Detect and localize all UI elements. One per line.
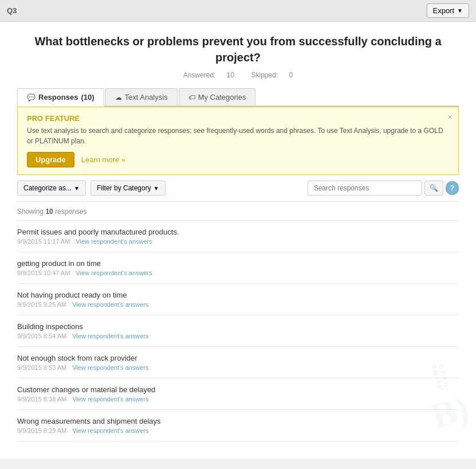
answered-label: Answered: <box>183 71 216 79</box>
view-answers-link[interactable]: View respondent's answers <box>72 333 148 339</box>
response-text: Wrong measurements and shipment delays <box>17 417 459 425</box>
tab-my-categories-label: My Categories <box>198 93 246 101</box>
tabs-container: 💬 Responses (10) ☁ Text Analysis 🏷 My Ca… <box>17 88 459 107</box>
filter-row: Categorize as... ▼ Filter by Category ▼ … <box>17 175 459 202</box>
response-count: 10 <box>45 208 53 216</box>
tab-responses-label: Responses <box>38 93 78 101</box>
view-answers-link[interactable]: View respondent's answers <box>72 396 148 402</box>
response-meta: 9/9/2015 8:29 AM View respondent's answe… <box>17 427 459 434</box>
filter-by-category-dropdown[interactable]: Filter by Category ▼ <box>91 181 166 196</box>
response-item: Not having product ready on time 9/9/201… <box>17 284 459 315</box>
response-date: 9/9/2015 11:17 AM <box>17 238 70 245</box>
responses-tab-icon: 💬 <box>27 93 36 101</box>
tab-text-analysis-label: Text Analysis <box>125 93 168 101</box>
response-date: 9/9/2015 8:29 AM <box>17 427 66 434</box>
skipped-value: 0 <box>289 71 293 79</box>
learn-more-link[interactable]: Learn more » <box>81 155 125 164</box>
response-item: Customer changes or material be delayed … <box>17 378 459 410</box>
main-content: What bottlenecks or problems prevent you… <box>0 22 476 459</box>
tab-my-categories[interactable]: 🏷 My Categories <box>179 88 256 105</box>
my-categories-tab-icon: 🏷 <box>188 93 195 101</box>
view-answers-link[interactable]: View respondent's answers <box>76 269 152 276</box>
response-item: Not enough stock from rack provider 9/9/… <box>17 347 459 378</box>
response-meta: 9/9/2015 10:47 AM View respondent's answ… <box>17 269 459 276</box>
response-item: Permit issues and poorly manufactured pr… <box>17 221 459 252</box>
pro-banner-title: PRO FEATURE <box>27 114 449 123</box>
search-input[interactable] <box>308 181 422 196</box>
view-answers-link[interactable]: View respondent's answers <box>72 427 148 434</box>
help-button[interactable]: ? <box>446 181 459 195</box>
upgrade-button[interactable]: Upgrade <box>27 152 74 167</box>
search-container: 🔍 ? <box>308 181 459 196</box>
export-button[interactable]: Export ▼ <box>427 3 469 18</box>
filter-chevron-icon: ▼ <box>154 185 159 191</box>
export-chevron-icon: ▼ <box>457 7 463 14</box>
tab-text-analysis[interactable]: ☁ Text Analysis <box>105 88 178 105</box>
response-date: 9/9/2015 9:25 AM <box>17 301 66 308</box>
top-bar: Q3 Export ▼ <box>0 0 476 22</box>
close-banner-button[interactable]: × <box>447 112 453 122</box>
response-text: Not having product ready on time <box>17 291 459 299</box>
response-date: 9/9/2015 10:47 AM <box>17 269 70 276</box>
tab-responses-count: (10) <box>81 93 94 101</box>
pro-banner: × PRO FEATURE Use text analysis to searc… <box>17 107 459 175</box>
response-item: Building inspections 9/9/2015 8:54 AM Vi… <box>17 315 459 347</box>
response-date: 9/9/2015 8:53 AM <box>17 364 66 371</box>
response-meta: 9/9/2015 8:53 AM View respondent's answe… <box>17 364 459 371</box>
response-text: getting product in on time <box>17 259 459 268</box>
response-item: Wrong measurements and shipment delays 9… <box>17 410 459 441</box>
stats-row: Answered: 10 Skipped: 0 <box>17 71 459 79</box>
question-label: Q3 <box>7 6 17 15</box>
response-list: Permit issues and poorly manufactured pr… <box>17 220 459 441</box>
response-meta: 9/9/2015 8:54 AM View respondent's answe… <box>17 333 459 339</box>
pro-banner-actions: Upgrade Learn more » <box>27 152 449 167</box>
tab-responses[interactable]: 💬 Responses (10) <box>17 88 104 107</box>
response-date: 9/9/2015 8:38 AM <box>17 396 66 402</box>
response-meta: 9/9/2015 8:38 AM View respondent's answe… <box>17 396 459 402</box>
search-icon: 🔍 <box>430 184 438 192</box>
view-answers-link[interactable]: View respondent's answers <box>72 301 148 308</box>
response-text: Customer changes or material be delayed <box>17 385 459 394</box>
categorize-dropdown[interactable]: Categorize as... ▼ <box>17 181 86 196</box>
answered-value: 10 <box>227 71 234 79</box>
response-date: 9/9/2015 8:54 AM <box>17 333 66 339</box>
view-answers-link[interactable]: View respondent's answers <box>76 238 152 245</box>
response-text: Permit issues and poorly manufactured pr… <box>17 228 459 236</box>
search-button[interactable]: 🔍 <box>424 181 443 196</box>
view-answers-link[interactable]: View respondent's answers <box>72 364 148 371</box>
help-icon: ? <box>450 184 454 192</box>
categorize-chevron-icon: ▼ <box>74 185 80 191</box>
response-meta: 9/9/2015 11:17 AM View respondent's answ… <box>17 238 459 245</box>
response-meta: 9/9/2015 9:25 AM View respondent's answe… <box>17 301 459 308</box>
showing-text: Showing 10 responses <box>17 205 459 220</box>
response-text: Not enough stock from rack provider <box>17 354 459 362</box>
skipped-label: Skipped: <box>251 71 278 79</box>
pro-banner-description: Use text analysis to search and categori… <box>27 126 449 146</box>
question-title: What bottlenecks or problems prevent you… <box>17 33 459 65</box>
text-analysis-tab-icon: ☁ <box>115 93 122 101</box>
response-text: Building inspections <box>17 322 459 331</box>
response-item: getting product in on time 9/9/2015 10:4… <box>17 252 459 284</box>
